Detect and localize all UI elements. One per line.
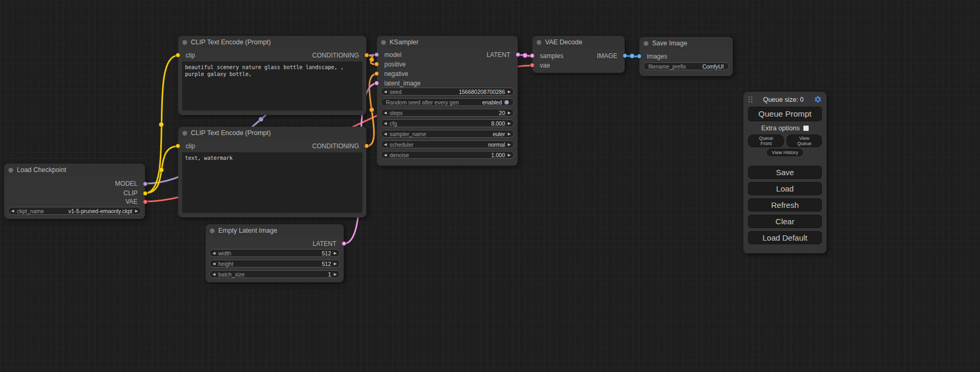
extra-options-checkbox[interactable]	[803, 126, 809, 131]
prev-value-arrow-icon[interactable]: ◀	[8, 207, 17, 214]
refresh-button[interactable]: Refresh	[748, 198, 822, 212]
decrement-arrow-icon[interactable]: ◀	[210, 250, 218, 256]
images-input-port[interactable]	[637, 54, 642, 59]
collapse-dot-icon[interactable]	[537, 40, 541, 45]
toggle-indicator-icon[interactable]	[504, 100, 509, 104]
negative-prompt-textarea[interactable]: text, watermark	[182, 152, 363, 213]
collapse-dot-icon[interactable]	[8, 168, 13, 173]
drag-handle-icon[interactable]	[748, 96, 753, 103]
model-input-port[interactable]	[374, 52, 379, 57]
increment-arrow-icon[interactable]: ▶	[505, 88, 513, 95]
increment-arrow-icon[interactable]: ▶	[331, 250, 339, 256]
decrement-arrow-icon[interactable]: ◀	[210, 260, 218, 267]
random-seed-toggle-widget[interactable]: Random seed after every gen enabled	[381, 98, 514, 106]
latent-output-port[interactable]	[342, 241, 346, 246]
widget-value: euler	[493, 131, 505, 137]
output-slot-conditioning: CONDITIONING	[312, 142, 359, 150]
link-midpoint-dot	[523, 53, 528, 58]
increment-arrow-icon[interactable]: ▶	[505, 151, 513, 158]
node-title-bar[interactable]: Save Image	[639, 37, 733, 50]
save-button[interactable]: Save	[748, 166, 822, 179]
width-widget[interactable]: ◀ width 512 ▶	[209, 249, 340, 257]
input-slot-negative: negative	[384, 70, 408, 78]
next-value-arrow-icon[interactable]: ▶	[505, 130, 513, 137]
node-clip-text-encode-negative[interactable]: CLIP Text Encode (Prompt) clip CONDITION…	[178, 127, 366, 217]
latent-output-port[interactable]	[516, 52, 520, 57]
prev-value-arrow-icon[interactable]: ◀	[381, 141, 390, 148]
latent-image-input-port[interactable]	[374, 81, 379, 85]
model-output-port[interactable]	[143, 182, 148, 186]
image-output-port[interactable]	[623, 53, 627, 58]
sampler-name-widget[interactable]: ◀ sampler_name euler ▶	[381, 130, 514, 138]
cfg-widget[interactable]: ◀ cfg 8.000 ▶	[381, 119, 514, 127]
scheduler-widget[interactable]: ◀ scheduler normal ▶	[381, 140, 514, 148]
increment-arrow-icon[interactable]: ▶	[331, 271, 339, 278]
collapse-dot-icon[interactable]	[381, 40, 386, 45]
filename-prefix-widget[interactable]: filename_prefix ComfyUI	[643, 62, 729, 70]
positive-prompt-textarea[interactable]: beautiful scenery nature glass bottle la…	[182, 61, 363, 111]
next-value-arrow-icon[interactable]: ▶	[132, 207, 141, 214]
widget-value: ComfyUI	[702, 63, 724, 70]
decrement-arrow-icon[interactable]: ◀	[381, 109, 390, 116]
vae-output-port[interactable]	[143, 199, 148, 204]
next-value-arrow-icon[interactable]: ▶	[505, 141, 513, 148]
node-load-checkpoint[interactable]: Load Checkpoint MODEL CLIP VAE ◀ ckpt_na…	[4, 164, 145, 219]
node-empty-latent-image[interactable]: Empty Latent Image LATENT ◀ width 512 ▶ …	[206, 224, 344, 282]
ckpt-name-widget[interactable]: ◀ ckpt_name v1-5-pruned-emaonly.ckpt ▶	[8, 207, 141, 215]
node-save-image[interactable]: Save Image images filename_prefix ComfyU…	[639, 37, 733, 76]
queue-front-button[interactable]: Queue Front	[748, 135, 784, 147]
node-title-bar[interactable]: Empty Latent Image	[206, 224, 344, 237]
steps-widget[interactable]: ◀ steps 20 ▶	[381, 109, 514, 117]
settings-gear-icon[interactable]	[814, 96, 822, 103]
node-title-bar[interactable]: CLIP Text Encode (Prompt)	[178, 127, 366, 139]
clip-input-port[interactable]	[176, 144, 180, 148]
clear-button[interactable]: Clear	[748, 215, 822, 228]
increment-arrow-icon[interactable]: ▶	[505, 109, 513, 116]
view-history-button[interactable]: View History	[767, 149, 803, 156]
collapse-dot-icon[interactable]	[182, 40, 187, 45]
queue-size-label: Queue size: 0	[763, 96, 803, 103]
samples-input-port[interactable]	[530, 53, 535, 58]
increment-arrow-icon[interactable]: ▶	[505, 120, 513, 127]
widget-value: normal	[488, 141, 505, 148]
view-queue-button[interactable]: View Queue	[787, 135, 822, 147]
decrement-arrow-icon[interactable]: ◀	[381, 88, 390, 95]
collapse-dot-icon[interactable]	[182, 131, 187, 136]
clip-input-port[interactable]	[176, 53, 180, 58]
widget-label: steps	[390, 110, 499, 116]
node-ksampler[interactable]: KSampler model positive negative latent_…	[377, 36, 518, 166]
node-title-bar[interactable]: Load Checkpoint	[4, 164, 145, 176]
node-title-bar[interactable]: CLIP Text Encode (Prompt)	[178, 36, 366, 49]
decrement-arrow-icon[interactable]: ◀	[381, 120, 390, 127]
denoise-widget[interactable]: ◀ denoise 1.000 ▶	[381, 151, 514, 159]
height-widget[interactable]: ◀ height 512 ▶	[209, 260, 340, 268]
node-vae-decode[interactable]: VAE Decode samples vae IMAGE	[532, 36, 625, 73]
increment-arrow-icon[interactable]: ▶	[331, 260, 339, 267]
prev-value-arrow-icon[interactable]: ◀	[381, 130, 390, 137]
collapse-dot-icon[interactable]	[644, 41, 648, 46]
widget-value: 20	[499, 110, 505, 116]
seed-widget[interactable]: ◀ seed 156680208700286 ▶	[381, 88, 514, 96]
conditioning-output-port[interactable]	[364, 144, 369, 148]
decrement-arrow-icon[interactable]: ◀	[381, 151, 390, 158]
load-button[interactable]: Load	[748, 182, 822, 195]
batch-size-widget[interactable]: ◀ batch_size 1 ▶	[209, 270, 340, 278]
decrement-arrow-icon[interactable]: ◀	[210, 271, 218, 278]
input-slot-samples: samples	[540, 52, 564, 60]
widget-value: v1-5-pruned-emaonly.ckpt	[69, 208, 132, 214]
node-graph-canvas[interactable]: Load Checkpoint MODEL CLIP VAE ◀ ckpt_na…	[0, 0, 980, 372]
positive-input-port[interactable]	[374, 62, 379, 66]
clip-output-port[interactable]	[143, 191, 148, 196]
output-slot-image: IMAGE	[597, 52, 617, 60]
load-default-button[interactable]: Load Default	[748, 231, 822, 244]
conditioning-output-port[interactable]	[364, 53, 369, 58]
node-clip-text-encode-positive[interactable]: CLIP Text Encode (Prompt) clip CONDITION…	[178, 36, 366, 115]
input-slot-latent-image: latent_image	[384, 80, 421, 87]
vae-input-port[interactable]	[530, 63, 535, 68]
queue-prompt-button[interactable]: Queue Prompt	[748, 107, 822, 121]
widget-label: denoise	[390, 152, 491, 158]
node-title-bar[interactable]: VAE Decode	[532, 36, 625, 49]
negative-input-port[interactable]	[374, 71, 379, 76]
collapse-dot-icon[interactable]	[210, 228, 215, 233]
node-title-bar[interactable]: KSampler	[377, 36, 518, 49]
